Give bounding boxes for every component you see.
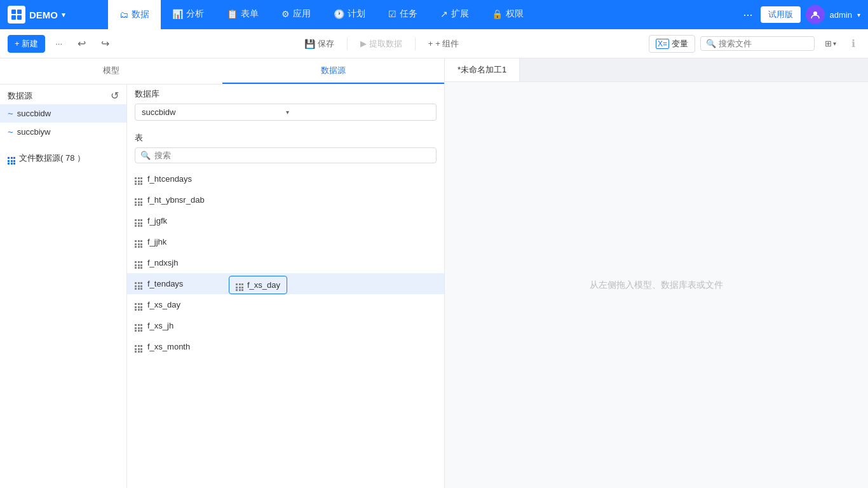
datasource-title: 数据源 [8,90,32,102]
layout-button[interactable]: ⊞ ▾ [820,36,841,51]
table-icon9 [135,341,142,353]
svg-rect-0 [11,10,16,14]
chevron-down-icon: ▾ [286,109,430,116]
nav-label-extend: 扩展 [451,8,469,20]
nav-item-app[interactable]: ⚙ 应用 [270,0,322,29]
table-item-f_tendays[interactable]: f_tendays f_xs_day [127,273,444,294]
extend-icon: ↗ [440,9,448,19]
analysis-icon: 📊 [172,9,183,19]
table-item-f_ndxsjh[interactable]: f_ndxsjh [127,252,444,273]
variable-button[interactable]: X= 变量 [649,35,695,53]
more-button[interactable]: ··· [50,36,67,51]
db-selected-label: succbidw [142,107,286,117]
trial-button[interactable]: 试用版 [761,6,801,23]
table-search-icon: 🔍 [140,151,151,160]
table-icon3 [135,215,142,227]
separator2 [415,37,416,50]
table-item-f_jjhk[interactable]: f_jjhk [127,231,444,252]
nav-item-task[interactable]: ☑ 任务 [377,0,429,29]
logo-icon [8,6,25,24]
right-tab-unnamed[interactable]: *未命名加工1 [445,58,520,81]
component-button[interactable]: + + 组件 [423,36,465,52]
table-section-title: 表 [127,128,444,147]
redo-button[interactable]: ↪ [96,35,114,52]
var-icon: X= [656,39,669,49]
svg-rect-1 [17,10,22,14]
table-search-wrap[interactable]: 🔍 [135,147,437,163]
right-content-empty: 从左侧拖入模型、数据库表或文件 [445,82,868,488]
nav-item-permission[interactable]: 🔒 权限 [480,0,535,29]
empty-hint: 从左侧拖入模型、数据库表或文件 [590,280,723,291]
search-input[interactable] [719,39,808,48]
left-tabs: 模型 数据源 [0,58,444,85]
ds-item-files[interactable]: 文件数据源( 78 ） [0,147,126,168]
right-panel: *未命名加工1 从左侧拖入模型、数据库表或文件 [445,58,868,488]
table-icon4 [135,236,142,248]
top-nav: DEMO ▾ 🗂 数据 📊 分析 📋 表单 ⚙ 应用 🕐 计划 ☑ 任务 ↗ [0,0,868,29]
db-panel: 数据库 succbidw ▾ 表 🔍 f_htcenda [127,85,444,488]
info-icon: ℹ [851,37,855,50]
search-icon: 🔍 [706,39,716,48]
nav-item-plan[interactable]: 🕐 计划 [322,0,377,29]
table-item-f_jgfk[interactable]: f_jgfk [127,210,444,231]
undo-button[interactable]: ↩ [72,35,91,52]
separator1 [347,37,348,50]
table-list: f_htcendays f_ht_ybnsr_dab f_jgfk [127,168,444,357]
logo[interactable]: DEMO ▾ [0,6,108,24]
ds-icon-succbiyw: ~ [8,126,13,137]
ds-label-succbiyw: succbiyw [17,127,51,137]
nav-item-analysis[interactable]: 📊 分析 [161,0,215,29]
play-icon: ▶ [360,39,367,48]
nav-label-app: 应用 [293,8,311,20]
table-item-f_xs_day[interactable]: f_xs_day [127,294,444,315]
nav-items: 🗂 数据 📊 分析 📋 表单 ⚙ 应用 🕐 计划 ☑ 任务 ↗ 扩展 🔒 [108,0,733,29]
permission-icon: 🔒 [492,9,503,19]
nav-label-analysis: 分析 [186,8,204,20]
table-item-f_xs_jh[interactable]: f_xs_jh [127,315,444,336]
db-select[interactable]: succbidw ▾ [135,104,437,121]
refresh-button[interactable]: ↺ [111,90,119,102]
main-area: 模型 数据源 数据源 ↺ ~ succbidw ~ succbiyw [0,58,868,488]
tab-model[interactable]: 模型 [0,58,222,84]
drag-preview-icon [236,279,243,291]
logo-arrow: ▾ [62,11,65,19]
ds-label-succbidw: succbidw [17,109,51,118]
ds-spacer [0,141,126,147]
layout-icon: ⊞ [825,39,832,48]
svg-rect-2 [11,15,16,20]
nav-label-data: 数据 [132,9,149,20]
ds-item-succbidw[interactable]: ~ succbidw [0,104,126,123]
right-tabs: *未命名加工1 [445,58,868,82]
nav-item-extend[interactable]: ↗ 扩展 [429,0,480,29]
admin-arrow: ▾ [857,11,860,18]
datasource-panel: 数据源 ↺ ~ succbidw ~ succbiyw 文件数据源( 78 ） [0,85,127,488]
table-item-f_xs_month[interactable]: f_xs_month [127,336,444,357]
svg-rect-3 [17,15,22,20]
nav-item-form[interactable]: 📋 表单 [215,0,270,29]
ds-item-succbiyw[interactable]: ~ succbiyw [0,123,126,141]
info-button[interactable]: ℹ [846,35,860,52]
nav-more-btn[interactable]: ··· [741,8,756,22]
search-files-input[interactable]: 🔍 [700,36,815,51]
save-button[interactable]: 💾 保存 [299,36,339,52]
table-search-input[interactable] [154,151,431,160]
tab-datasource[interactable]: 数据源 [222,58,445,84]
plan-icon: 🕐 [334,9,344,19]
table-icon6 [135,278,142,290]
table-icon5 [135,257,142,269]
nav-right: ··· 试用版 admin ▾ [733,5,868,24]
avatar[interactable] [806,5,825,24]
nav-label-plan: 计划 [348,8,365,20]
nav-label-permission: 权限 [506,8,524,20]
left-content: 数据源 ↺ ~ succbidw ~ succbiyw 文件数据源( 78 ） [0,85,444,488]
task-icon: ☑ [388,9,397,19]
fetch-data-button[interactable]: ▶ 提取数据 [355,36,407,52]
table-item-f_htcendays[interactable]: f_htcendays [127,168,444,189]
new-button[interactable]: + 新建 [8,35,45,53]
nav-item-data[interactable]: 🗂 数据 [108,0,161,29]
drag-preview: f_xs_day [229,276,287,294]
admin-label[interactable]: admin [830,10,852,20]
left-panel: 模型 数据源 数据源 ↺ ~ succbidw ~ succbiyw [0,58,445,488]
table-item-f_ht_ybnsr_dab[interactable]: f_ht_ybnsr_dab [127,189,444,210]
toolbar: + 新建 ··· ↩ ↪ 💾 保存 ▶ 提取数据 + + 组件 X= 变量 🔍 … [0,29,868,58]
